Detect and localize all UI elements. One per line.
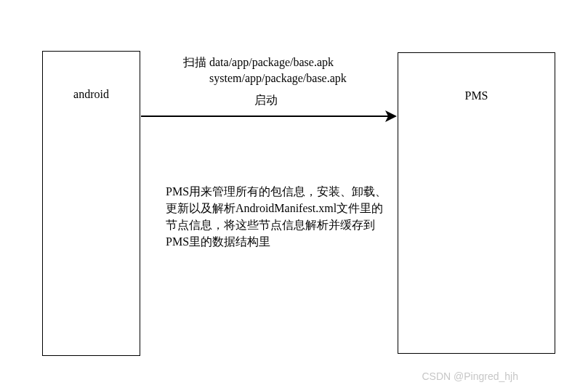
- arrow-line: [141, 115, 388, 117]
- description-text: PMS用来管理所有的包信息，安装、卸载、更新以及解析AndroidManifes…: [166, 183, 391, 250]
- scan-text: 扫描 data/app/package/base.apk system/app/…: [183, 54, 347, 86]
- arrow-head-icon: [385, 110, 397, 122]
- watermark-text: CSDN @Pingred_hjh: [422, 370, 519, 382]
- android-box-label: android: [43, 52, 140, 101]
- android-box: android: [42, 51, 140, 356]
- arrow-label: 启动: [254, 93, 278, 108]
- scan-line-2: system/app/package/base.apk: [183, 70, 347, 86]
- pms-box: PMS: [398, 52, 555, 354]
- arrow: [141, 109, 397, 123]
- pms-box-label: PMS: [398, 53, 555, 102]
- scan-line-1: 扫描 data/app/package/base.apk: [183, 54, 347, 70]
- svg-marker-0: [385, 110, 397, 122]
